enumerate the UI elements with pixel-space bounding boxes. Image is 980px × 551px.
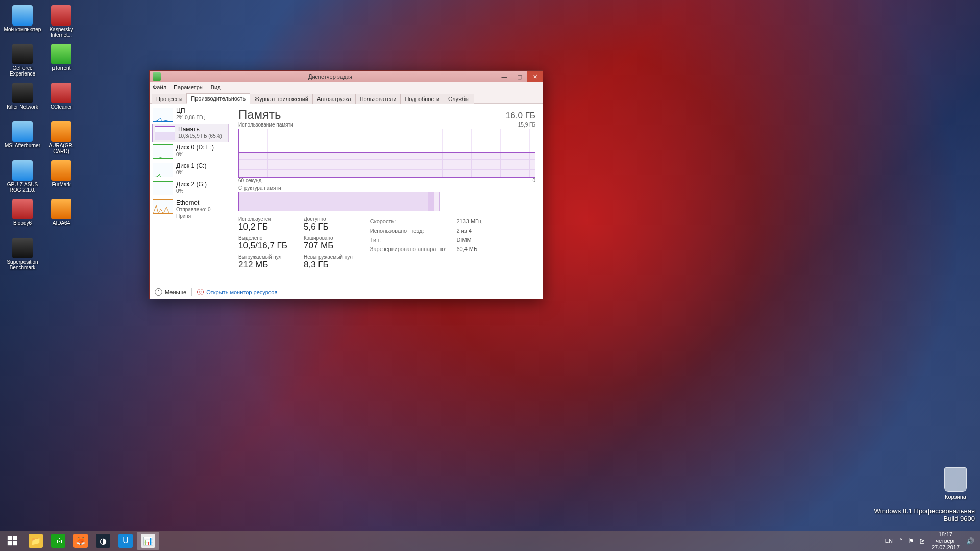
sidebar-ethernet[interactable]: EthernetОтправлено: 0 Принят <box>150 197 231 221</box>
performance-sidebar: ЦП2% 0,86 ГГц Память10,3/15,9 ГБ (65%) Д… <box>150 104 231 285</box>
svg-rect-3 <box>13 541 17 545</box>
sidebar-memory[interactable]: Память10,3/15,9 ГБ (65%) <box>152 124 229 142</box>
icon-label: AIDA64 <box>42 220 81 226</box>
fewer-details-button[interactable]: ˄ Меньше <box>155 288 186 296</box>
open-resource-monitor-link[interactable]: ⦸ Открыть монитор ресурсов <box>197 289 277 295</box>
recycle-bin[interactable]: Корзина <box>936 467 975 500</box>
icon-label: µTorrent <box>42 65 81 71</box>
desktop-icon[interactable]: Kaspersky Internet... <box>42 3 81 42</box>
taskbar-firefox[interactable]: 🦊 <box>69 532 92 550</box>
taskmgr-icon <box>153 72 161 81</box>
tab-processes[interactable]: Процессы <box>152 94 187 104</box>
app-icon <box>51 44 71 64</box>
desktop[interactable]: Мой компьютерKaspersky Internet...GeForc… <box>0 0 980 551</box>
app-icon <box>12 199 33 219</box>
tray-flag-icon[interactable]: ⚑ <box>905 537 917 545</box>
composition-label: Структура памяти <box>238 185 535 191</box>
windows-watermark: Windows 8.1 Профессиональная Build 9600 <box>874 507 975 522</box>
tray-volume-icon[interactable]: 🔊 <box>964 537 977 545</box>
app-icon <box>12 238 33 258</box>
desktop-icons: Мой компьютерKaspersky Internet...GeForc… <box>3 3 81 274</box>
desktop-icon[interactable]: Killer Network <box>3 81 42 119</box>
sidebar-cpu[interactable]: ЦП2% 0,86 ГГц <box>150 106 231 124</box>
memory-composition <box>238 192 535 211</box>
icon-label: Kaspersky Internet... <box>42 27 81 38</box>
trash-icon <box>944 467 967 492</box>
taskbar-store[interactable]: 🛍 <box>47 532 69 550</box>
app-icon <box>51 160 71 181</box>
icon-label: Мой компьютер <box>3 27 42 32</box>
desktop-icon[interactable]: Мой компьютер <box>3 3 42 42</box>
desktop-icon[interactable]: FurMark <box>42 158 81 197</box>
memory-stats: Используется10,2 ГБ Выделено10,5/16,7 ГБ… <box>238 216 535 273</box>
start-button[interactable] <box>0 531 24 551</box>
tab-services[interactable]: Службы <box>444 94 474 104</box>
memory-capacity: 16,0 ГБ <box>506 111 535 121</box>
memory-usage-graph <box>238 129 535 178</box>
close-button[interactable]: ✕ <box>527 71 543 82</box>
desktop-icon[interactable]: AIDA64 <box>42 197 81 236</box>
tab-performance[interactable]: Производительность <box>186 93 250 104</box>
app-icon <box>12 44 33 64</box>
app-icon <box>51 5 71 26</box>
app-icon <box>12 83 33 103</box>
taskbar: 📁 🛍 🦊 ◑ U 📊 EN ˄ ⚑ ⊵ 18:17 четверг 27.07… <box>0 531 980 551</box>
task-manager-footer: ˄ Меньше ⦸ Открыть монитор ресурсов <box>150 285 543 299</box>
app-icon <box>51 83 71 103</box>
recycle-label: Корзина <box>936 494 975 500</box>
tray-network-icon[interactable]: ⊵ <box>917 537 927 545</box>
task-manager-window: Диспетчер задач — ▢ ✕ Файл Параметры Вид… <box>149 70 543 299</box>
svg-rect-1 <box>13 536 17 540</box>
icon-label: GeForce Experience <box>3 65 42 77</box>
desktop-icon[interactable]: MSI Afterburner <box>3 119 42 158</box>
icon-label: CCleaner <box>42 104 81 110</box>
svg-rect-0 <box>8 536 12 540</box>
tabs: Процессы Производительность Журнал прило… <box>150 92 543 104</box>
menu-file[interactable]: Файл <box>153 84 166 90</box>
icon-label: Killer Network <box>3 104 42 110</box>
taskbar-steam[interactable]: ◑ <box>92 532 114 550</box>
taskbar-uplay[interactable]: U <box>114 532 137 550</box>
taskbar-explorer[interactable]: 📁 <box>24 532 47 550</box>
tray-language[interactable]: EN <box>881 538 897 544</box>
desktop-icon[interactable]: Bloody6 <box>3 197 42 236</box>
tab-details[interactable]: Подробности <box>400 94 444 104</box>
chevron-up-icon: ˄ <box>155 288 162 296</box>
usage-graph-max: 15,9 ГБ <box>518 122 535 128</box>
sidebar-disk2[interactable]: Диск 2 (G:)0% <box>150 179 231 197</box>
desktop-icon[interactable]: µTorrent <box>42 42 81 81</box>
desktop-icon[interactable]: GeForce Experience <box>3 42 42 81</box>
tab-app-history[interactable]: Журнал приложений <box>250 94 313 104</box>
icon-label: AURA(GR. CARD) <box>42 143 81 154</box>
desktop-icon[interactable]: CCleaner <box>42 81 81 119</box>
sidebar-disk1[interactable]: Диск 1 (C:)0% <box>150 161 231 179</box>
icon-label: MSI Afterburner <box>3 143 42 148</box>
resmon-icon: ⦸ <box>197 289 204 295</box>
tray-clock[interactable]: 18:17 четверг 27.07.2017 <box>927 531 964 551</box>
tab-startup[interactable]: Автозагрузка <box>312 94 356 104</box>
minimize-button[interactable]: — <box>497 71 512 82</box>
taskbar-taskmgr[interactable]: 📊 <box>137 532 159 550</box>
maximize-button[interactable]: ▢ <box>512 71 527 82</box>
tab-users[interactable]: Пользователи <box>355 94 401 104</box>
system-tray: EN ˄ ⚑ ⊵ 18:17 четверг 27.07.2017 🔊 <box>881 531 980 551</box>
svg-rect-2 <box>8 541 12 545</box>
window-title: Диспетчер задач <box>164 73 497 80</box>
app-icon <box>12 121 33 142</box>
desktop-icon[interactable]: AURA(GR. CARD) <box>42 119 81 158</box>
usage-graph-label: Использование памяти <box>238 122 293 128</box>
menu-options[interactable]: Параметры <box>174 84 204 90</box>
desktop-icon[interactable]: Superposition Benchmark <box>3 236 42 274</box>
sidebar-disk0[interactable]: Диск 0 (D: E:)0% <box>150 142 231 161</box>
desktop-icon[interactable]: GPU-Z ASUS ROG 2.1.0. <box>3 158 42 197</box>
app-icon <box>51 199 71 219</box>
icon-label: FurMark <box>42 182 81 187</box>
app-icon <box>12 5 33 26</box>
tray-chevron-up-icon[interactable]: ˄ <box>897 537 905 545</box>
app-icon <box>51 121 71 142</box>
icon-label: Superposition Benchmark <box>3 259 42 270</box>
performance-main: Память 16,0 ГБ Использование памяти 15,9… <box>231 104 543 285</box>
titlebar[interactable]: Диспетчер задач — ▢ ✕ <box>150 71 543 82</box>
menubar: Файл Параметры Вид <box>150 82 543 92</box>
menu-view[interactable]: Вид <box>211 84 221 90</box>
